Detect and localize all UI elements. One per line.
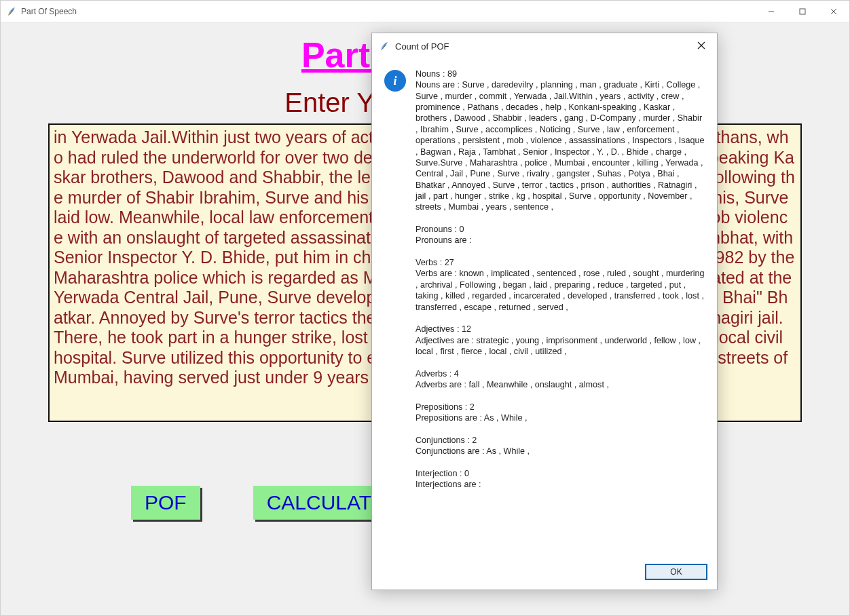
minimize-icon <box>768 8 775 15</box>
close-icon <box>697 41 705 50</box>
maximize-icon <box>799 8 806 15</box>
svg-rect-1 <box>800 9 805 14</box>
pronouns-count: Pronouns : 0 <box>415 225 464 234</box>
dialog-close-button[interactable] <box>691 40 712 52</box>
minimize-button[interactable] <box>756 1 787 22</box>
python-feather-icon <box>6 6 17 17</box>
verbs-count: Verbs : 27 <box>415 258 454 267</box>
prepositions-count: Prepositions : 2 <box>415 402 475 412</box>
close-icon <box>830 8 837 15</box>
info-icon: i <box>384 70 406 92</box>
adverbs-list: Adverbs are : fall , Meanwhile , onslaug… <box>415 380 609 389</box>
pof-button[interactable]: POF <box>131 486 200 520</box>
count-dialog: Count of POF i Nouns : 89 Nouns are : Su… <box>371 33 718 590</box>
maximize-button[interactable] <box>787 1 818 22</box>
adjectives-list: Adjectives are : strategic , young , imp… <box>415 336 703 356</box>
conjunctions-count: Conjunctions : 2 <box>415 436 477 445</box>
dialog-text: Nouns : 89 Nouns are : Surve , daredevil… <box>415 69 705 490</box>
verbs-list: Verbs are : known , implicated , sentenc… <box>415 269 707 311</box>
prepositions-list: Prepositions are : As , While , <box>415 413 528 423</box>
python-feather-icon <box>379 41 390 52</box>
adjectives-count: Adjectives : 12 <box>415 324 471 334</box>
interjection-count: Interjection : 0 <box>415 469 469 478</box>
conjunctions-list: Conjunctions are : As , While , <box>415 446 530 456</box>
interjections-list: Interjections are : <box>415 480 481 489</box>
main-titlebar: Part Of Speech <box>1 1 849 22</box>
nouns-list: Nouns are : Surve , daredevilry , planni… <box>415 80 707 212</box>
adverbs-count: Adverbs : 4 <box>415 369 459 379</box>
dialog-body: i Nouns : 89 Nouns are : Surve , daredev… <box>372 59 717 558</box>
window-buttons <box>756 1 849 22</box>
nouns-count: Nouns : 89 <box>415 69 457 79</box>
dialog-footer: OK <box>372 558 717 590</box>
dialog-title: Count of POF <box>395 41 691 52</box>
dialog-titlebar: Count of POF <box>372 33 717 59</box>
pronouns-list: Pronouns are : <box>415 235 472 245</box>
ok-button[interactable]: OK <box>645 564 707 580</box>
close-button[interactable] <box>818 1 849 22</box>
window-title: Part Of Speech <box>21 7 756 16</box>
